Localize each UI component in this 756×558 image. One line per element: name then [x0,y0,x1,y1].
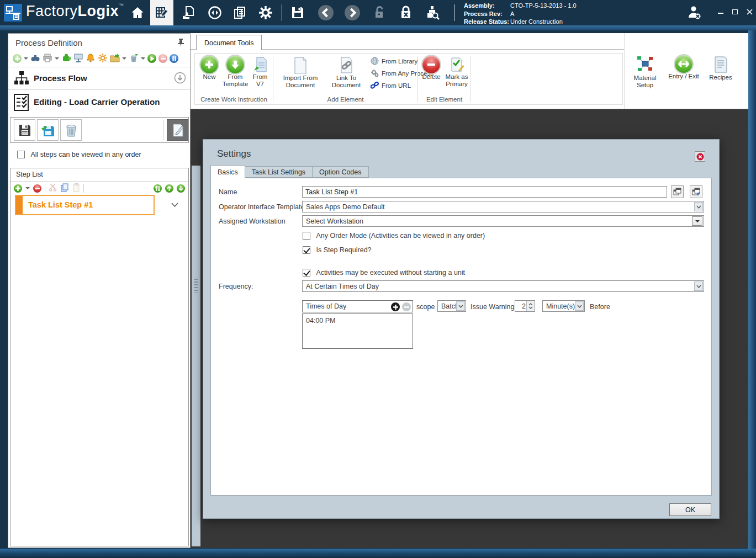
news-feed-icon[interactable] [232,4,249,21]
name-input[interactable] [302,186,667,198]
unlock-icon[interactable] [371,4,388,21]
save-step-button[interactable] [14,119,35,141]
tab-basics[interactable]: Basics [210,165,245,178]
delete-step-button[interactable] [60,119,82,141]
times-of-day-list[interactable]: 04:00 PM [302,313,413,349]
import-caret-icon[interactable] [141,57,145,60]
assigned-workstation-combo[interactable]: Select Workstation [302,215,704,227]
export-caret-icon[interactable] [122,57,126,60]
station-search-icon[interactable] [424,4,441,21]
move-step-up-icon[interactable] [165,184,173,193]
recipes-button[interactable]: Recipes [706,55,735,81]
app-title: FactoryLogix™ [26,3,124,20]
scope-label: scope [416,303,435,311]
settings-gear-icon[interactable] [257,4,274,21]
execute-without-unit-checkbox[interactable] [303,269,310,277]
lock-discard-icon[interactable] [398,4,414,21]
edit-work-instruction-button[interactable] [167,119,188,141]
back-icon[interactable] [318,5,334,20]
add-time-button[interactable] [391,302,400,311]
add-process-caret-icon[interactable] [24,57,28,60]
pin-icon[interactable] [177,38,185,49]
print-icon[interactable] [43,53,52,65]
tab-document-tools[interactable]: Document Tools [196,35,262,50]
is-step-required-checkbox[interactable] [303,246,310,254]
dialog-close-button[interactable] [695,151,705,162]
import-process-icon[interactable] [129,53,139,65]
delete-element-button[interactable]: Delete [419,56,443,81]
material-setup-button[interactable]: Material Setup [629,55,661,89]
sync-exchange-icon[interactable] [207,4,223,21]
presentation-icon[interactable] [73,53,83,65]
remove-step-icon[interactable] [33,184,41,193]
times-of-day-header: Times of Day [302,300,413,312]
save-icon[interactable] [289,4,306,21]
operator-interface-template-select[interactable]: Sales Apps Demo Default [302,201,704,212]
process-flow-row[interactable]: Process Flow [8,69,190,89]
activate-icon[interactable] [147,54,156,63]
add-step-icon[interactable] [14,184,22,193]
dialog-title: Settings [217,148,251,160]
paste-icon[interactable] [72,183,80,194]
chevron-down-icon [694,281,703,291]
close-button[interactable] [744,7,754,17]
save-import-button[interactable] [37,119,59,141]
remove-time-button[interactable] [402,302,411,311]
from-url-button[interactable]: From URL [371,81,433,89]
collapsed-panel-strip[interactable] [192,166,200,546]
step-expand-chevron-icon[interactable] [171,201,178,209]
frequency-value: At Certain Times of Day [306,283,379,290]
all-steps-any-order-checkbox[interactable] [17,151,25,158]
logout-user-icon[interactable] [686,4,702,21]
warning-minutes-spinner[interactable]: 2 [515,300,535,312]
warning-unit-value: Minute(s) [546,302,575,310]
forward-icon[interactable] [345,5,360,20]
tab-option-codes[interactable]: Option Codes [313,166,368,178]
cut-icon[interactable] [49,183,57,193]
collapse-down-icon[interactable] [174,72,186,86]
alerts-bell-icon[interactable] [86,53,96,65]
editing-toolbar [10,117,189,143]
ok-button[interactable]: OK [669,503,711,516]
scope-select[interactable]: Batch [437,300,466,312]
move-step-down-icon[interactable] [177,184,185,193]
from-v7-button[interactable]: From V7 [249,56,271,88]
minimize-button[interactable] [716,7,726,17]
export-process-icon[interactable] [110,53,120,65]
from-template-button[interactable]: From Template [223,56,248,88]
mark-as-primary-label: Mark as Primary [443,73,470,88]
name-translations-button[interactable] [671,185,684,198]
warning-unit-select[interactable]: Minute(s) [542,300,585,312]
home-icon[interactable] [129,4,146,21]
find-icon[interactable] [30,53,40,65]
process-settings-gear-icon[interactable] [98,53,108,65]
frequency-select[interactable]: At Certain Times of Day [302,280,704,292]
mark-as-primary-button[interactable]: Mark as Primary [443,56,470,88]
tab-task-list-settings[interactable]: Task List Settings [245,166,313,178]
import-from-document-button[interactable]: Import From Document [278,56,323,89]
step-list-item-selected[interactable]: Task List Step #1 [15,195,155,215]
hold-icon[interactable] [170,54,178,63]
new-work-instruction-button[interactable]: New [197,56,221,81]
add-process-icon[interactable] [13,54,22,63]
is-step-required-label: Is Step Required? [316,246,371,254]
splitter-grip[interactable] [194,279,198,293]
entry-exit-button[interactable]: Entry / Exit [664,55,703,80]
any-order-mode-checkbox[interactable] [303,232,310,240]
maximize-button[interactable] [730,7,740,17]
link-to-document-button[interactable]: Link To Document [326,56,366,89]
process-definition-tab-selected[interactable] [150,0,173,25]
spinner-arrows[interactable] [526,301,535,311]
document-import-icon[interactable] [180,4,197,21]
validate-icon[interactable] [61,53,71,65]
copy-icon[interactable] [60,183,69,194]
name-edit-translations-button[interactable] [690,185,702,198]
time-list-item[interactable]: 04:00 PM [303,314,413,327]
renumber-steps-icon[interactable] [154,184,162,193]
add-step-caret-icon[interactable] [25,187,30,189]
deactivate-icon[interactable] [158,54,167,63]
workstation-dropdown-button[interactable] [692,216,702,226]
import-from-document-icon [294,56,307,75]
step-list-panel: Step List Task List Step #1 [10,168,189,546]
print-caret-icon[interactable] [55,57,59,60]
